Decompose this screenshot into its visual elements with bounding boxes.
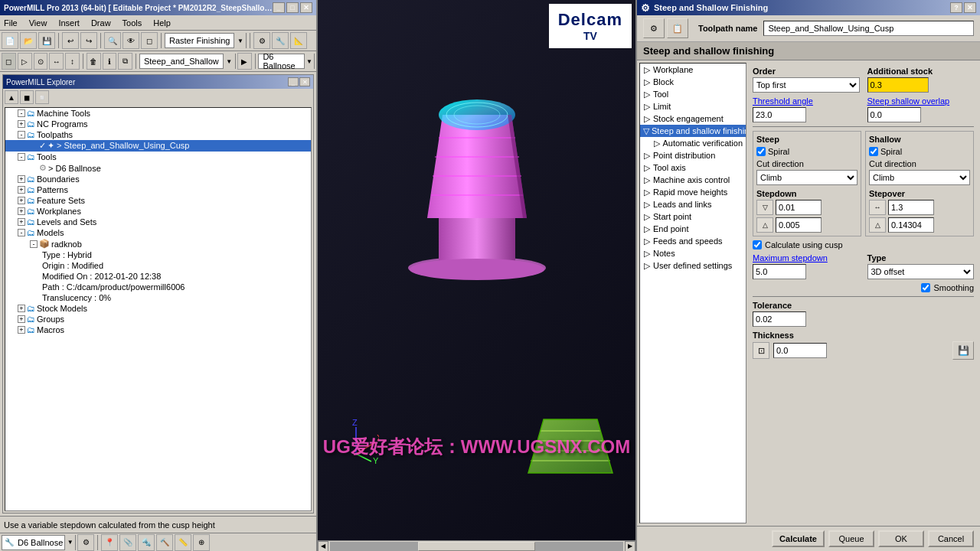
tree-feature-sets[interactable]: + 🗂 Feature Sets bbox=[5, 195, 311, 206]
tree-close[interactable]: ✕ bbox=[299, 77, 310, 86]
tb-btn-e[interactable]: ↕ bbox=[65, 53, 80, 70]
tb-btn-b[interactable]: ▷ bbox=[18, 53, 32, 70]
path-dropdown[interactable]: Steep_and_Shallow ▼ bbox=[139, 54, 236, 69]
expand-patterns[interactable]: + bbox=[18, 186, 25, 194]
tree-groups[interactable]: + 🗂 Groups bbox=[5, 314, 311, 324]
nav-limit[interactable]: ▷ Limit bbox=[640, 100, 746, 112]
open-btn[interactable]: 📂 bbox=[20, 32, 37, 49]
max-stepdown-input[interactable] bbox=[753, 264, 806, 279]
expand-stock[interactable]: + bbox=[18, 305, 25, 312]
nav-icon1[interactable]: ⚙ bbox=[643, 18, 665, 38]
close-button[interactable]: ✕ bbox=[300, 2, 312, 13]
shallow-stepover-input1[interactable] bbox=[888, 200, 934, 215]
expand-features[interactable]: + bbox=[18, 197, 25, 204]
expand-levels[interactable]: + bbox=[18, 218, 25, 226]
tree-min[interactable]: _ bbox=[288, 77, 299, 86]
thickness-input[interactable] bbox=[773, 343, 827, 358]
tree-macros[interactable]: + 🗂 Macros bbox=[5, 324, 311, 335]
bottom-tb2[interactable]: 📍 bbox=[101, 534, 118, 551]
type-select[interactable]: 3D offset Raster bbox=[867, 264, 975, 279]
tree-models[interactable]: - 🗂 Models bbox=[5, 227, 311, 238]
view-btn[interactable]: 👁 bbox=[122, 32, 139, 49]
nav-rapid-move[interactable]: ▷ Rapid move heights bbox=[640, 186, 746, 198]
bottom-tb5[interactable]: 🔨 bbox=[156, 534, 173, 551]
menu-help[interactable]: Help bbox=[153, 18, 171, 28]
ok-button[interactable]: OK bbox=[878, 530, 924, 547]
steep-cut-select[interactable]: Climb Conventional bbox=[756, 170, 858, 185]
tolerance-input[interactable] bbox=[753, 311, 806, 327]
tool-btn1[interactable]: ⚙ bbox=[253, 32, 270, 49]
nav-stock-engagement[interactable]: ▷ Stock engagement bbox=[640, 112, 746, 125]
bottom-tb1[interactable]: ⚙ bbox=[77, 534, 94, 551]
scroll-right[interactable]: ▶ bbox=[625, 541, 635, 552]
scroll-left[interactable]: ◀ bbox=[318, 541, 328, 552]
menu-view[interactable]: View bbox=[29, 18, 47, 28]
expand-machine[interactable]: - bbox=[18, 109, 25, 117]
tool-select-arrow[interactable]: ▼ bbox=[304, 54, 314, 69]
nav-auto-verify[interactable]: ▷ Automatic verification bbox=[640, 137, 746, 149]
expand-tools[interactable]: - bbox=[18, 153, 25, 161]
expand-workplanes[interactable]: + bbox=[18, 207, 25, 215]
maximize-button[interactable]: □ bbox=[286, 2, 299, 13]
order-select[interactable]: Top first Bottom first Automatic bbox=[753, 77, 860, 93]
scroll-track[interactable] bbox=[330, 542, 623, 551]
delete-btn[interactable]: 🗑 bbox=[87, 53, 101, 70]
new-btn[interactable]: 📄 bbox=[2, 32, 18, 49]
tree-d6ballnose[interactable]: ⚙ > D6 Ballnose bbox=[5, 162, 311, 174]
tb-btn-a[interactable]: ◻ bbox=[2, 53, 16, 70]
tree-toolpaths[interactable]: - 🗂 Toolpaths bbox=[5, 129, 311, 140]
tree-nc-programs[interactable]: + 🗂 NC Programs bbox=[5, 119, 311, 129]
max-stepdown-link[interactable]: Maximum stepdown bbox=[753, 253, 860, 262]
shallow-cut-select[interactable]: Climb Conventional bbox=[869, 170, 970, 185]
steep-stepdown-input1[interactable] bbox=[776, 200, 822, 215]
dialog-help-btn[interactable]: ? bbox=[950, 2, 962, 13]
save-btn[interactable]: 💾 bbox=[38, 32, 55, 49]
bottom-tb4[interactable]: 🔩 bbox=[138, 534, 155, 551]
expand-macros[interactable]: + bbox=[18, 326, 25, 334]
nav-steep-shallow[interactable]: ▽ Steep and shallow finishing bbox=[640, 125, 746, 137]
menu-tools[interactable]: Tools bbox=[122, 18, 142, 28]
nav-tool-axis[interactable]: ▷ Tool axis bbox=[640, 161, 746, 174]
nav-leads-links[interactable]: ▷ Leads and links bbox=[640, 198, 746, 210]
nav-workplane[interactable]: ▷ Workplane bbox=[640, 64, 746, 76]
props-btn[interactable]: ℹ bbox=[103, 53, 117, 70]
tree-tb2[interactable]: ◼ bbox=[20, 90, 34, 104]
nav-icon2[interactable]: 📋 bbox=[667, 18, 688, 38]
calculate-button[interactable]: Calculate bbox=[772, 530, 825, 547]
tb-btn-d[interactable]: ↔ bbox=[49, 53, 64, 70]
tree-boundaries[interactable]: + 🗂 Boundaries bbox=[5, 174, 311, 184]
scroll-thumb[interactable] bbox=[418, 542, 535, 551]
nav-end-point[interactable]: ▷ End point bbox=[640, 223, 746, 235]
expand-models[interactable]: - bbox=[18, 229, 25, 236]
steep-stepdown-input2[interactable] bbox=[776, 217, 822, 233]
tree-tb1[interactable]: ▲ bbox=[5, 90, 18, 104]
nav-feeds-speeds[interactable]: ▷ Feeds and speeds bbox=[640, 235, 746, 247]
tree-tools[interactable]: - 🗂 Tools bbox=[5, 152, 311, 162]
raster-dropdown[interactable]: Raster Finishing ▼ bbox=[165, 33, 247, 48]
tool-btn3[interactable]: 📐 bbox=[290, 32, 307, 49]
minimize-button[interactable]: _ bbox=[273, 2, 285, 13]
thickness-icon-btn[interactable]: 💾 bbox=[952, 341, 974, 360]
shallow-stepover-input2[interactable] bbox=[888, 217, 934, 233]
shallow-spiral-check[interactable] bbox=[869, 147, 878, 156]
cancel-button[interactable]: Cancel bbox=[928, 530, 974, 547]
toolpath-name-input[interactable] bbox=[763, 21, 974, 36]
expand-toolpaths[interactable]: - bbox=[18, 131, 25, 139]
copy-btn[interactable]: ⧉ bbox=[118, 53, 132, 70]
dialog-close-btn[interactable]: ✕ bbox=[964, 2, 976, 13]
tree-patterns[interactable]: + 🗂 Patterns bbox=[5, 184, 311, 195]
bottom-tb3[interactable]: 📎 bbox=[119, 534, 136, 551]
raster-arrow[interactable]: ▼ bbox=[234, 33, 246, 48]
tree-workplanes[interactable]: + 🗂 Workplanes bbox=[5, 206, 311, 217]
tb-btn-c[interactable]: ⊙ bbox=[34, 53, 48, 70]
h-scrollbar[interactable]: ◀ ▶ bbox=[318, 540, 635, 551]
addstock-input[interactable] bbox=[867, 77, 929, 93]
threshold-input[interactable] bbox=[753, 107, 806, 122]
render-btn[interactable]: ◻ bbox=[141, 32, 158, 49]
path-go-btn[interactable]: ▶ bbox=[237, 53, 252, 70]
overlap-input[interactable] bbox=[867, 107, 921, 122]
path-arrow[interactable]: ▼ bbox=[223, 54, 235, 69]
tool-dropdown[interactable]: D6 Ballnose ▼ bbox=[258, 54, 315, 69]
bottom-tool-dropdown[interactable]: 🔧 D6 Ballnose ▼ bbox=[2, 535, 76, 550]
zoom-btn[interactable]: 🔍 bbox=[104, 32, 121, 49]
